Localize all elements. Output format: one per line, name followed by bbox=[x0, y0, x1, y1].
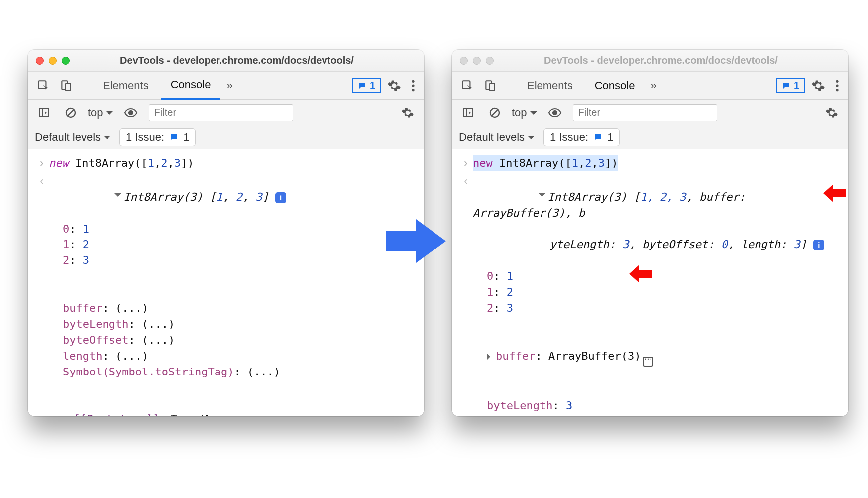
issues-badge[interactable]: 1 bbox=[776, 78, 805, 93]
issues-badge[interactable]: 1 bbox=[352, 78, 381, 93]
output-chevron-icon: › bbox=[459, 173, 473, 189]
object-index-entry[interactable]: 0: 1 bbox=[63, 221, 286, 237]
object-lazy-prop[interactable]: buffer: (...) bbox=[63, 300, 286, 316]
titlebar[interactable]: DevTools - developer.chrome.com/docs/dev… bbox=[452, 50, 848, 72]
object-index-entry[interactable]: 0: 1 bbox=[487, 268, 841, 284]
console-toolbar-2: Default levels 1 Issue: 1 bbox=[28, 125, 424, 149]
console-sidebar-toggle-icon[interactable] bbox=[458, 104, 478, 122]
highlight-arrow-icon bbox=[629, 265, 652, 283]
live-expression-icon[interactable] bbox=[544, 104, 566, 121]
console-input-line: new Int8Array([1,2,3]) bbox=[473, 155, 618, 171]
object-index-entry[interactable]: 2: 3 bbox=[63, 252, 286, 268]
object-index-entry[interactable]: 1: 2 bbox=[487, 284, 841, 300]
tabs-overflow-icon[interactable]: » bbox=[647, 72, 660, 99]
traffic-lights[interactable] bbox=[460, 57, 494, 65]
filter-input[interactable] bbox=[149, 104, 293, 121]
kebab-menu-icon[interactable] bbox=[407, 76, 419, 95]
settings-gear-icon[interactable] bbox=[807, 76, 829, 96]
devtools-window-before: DevTools - developer.chrome.com/docs/dev… bbox=[28, 50, 424, 416]
issues-count: 1 bbox=[794, 80, 799, 91]
object-resolved-prop[interactable]: byteOffset: 0 bbox=[487, 414, 841, 416]
main-tabbar: Elements Console » 1 bbox=[28, 72, 424, 100]
tab-elements[interactable]: Elements bbox=[93, 72, 159, 99]
zoom-icon[interactable] bbox=[62, 57, 70, 65]
svg-marker-26 bbox=[629, 265, 652, 283]
context-selector[interactable]: top bbox=[512, 106, 537, 119]
svg-marker-20 bbox=[469, 111, 471, 114]
object-lazy-prop[interactable]: Symbol(Symbol.toStringTag): (...) bbox=[63, 364, 286, 380]
transition-arrow-icon bbox=[386, 217, 446, 265]
context-selector[interactable]: top bbox=[88, 106, 113, 119]
console-output[interactable]: › new Int8Array([1,2,3]) › Int8Array(3) … bbox=[28, 149, 424, 416]
object-lazy-prop[interactable]: length: (...) bbox=[63, 348, 286, 364]
disclosure-triangle-icon[interactable] bbox=[539, 193, 545, 200]
svg-point-3 bbox=[412, 80, 414, 82]
console-settings-gear-icon[interactable] bbox=[397, 103, 418, 122]
filter-input[interactable] bbox=[573, 104, 717, 121]
console-toolbar-2: Default levels 1 Issue: 1 bbox=[452, 125, 848, 149]
inspect-icon[interactable] bbox=[33, 76, 54, 95]
console-settings-gear-icon[interactable] bbox=[821, 103, 842, 122]
close-icon[interactable] bbox=[36, 57, 44, 65]
issues-count: 1 bbox=[370, 80, 375, 91]
kebab-menu-icon[interactable] bbox=[831, 76, 843, 95]
svg-marker-25 bbox=[823, 184, 846, 202]
tabs-overflow-icon[interactable]: » bbox=[222, 72, 236, 99]
svg-rect-6 bbox=[39, 109, 48, 117]
live-expression-icon[interactable] bbox=[120, 104, 142, 121]
memory-inspector-icon[interactable] bbox=[643, 357, 653, 367]
object-summary[interactable]: Int8Array(3) [1, 2, 3, buffer: ArrayBuff… bbox=[473, 173, 841, 416]
clear-console-icon[interactable] bbox=[485, 104, 505, 122]
device-toggle-icon[interactable] bbox=[56, 76, 77, 95]
console-toolbar: top bbox=[452, 100, 848, 125]
object-index-entry[interactable]: 1: 2 bbox=[63, 237, 286, 252]
info-badge-icon[interactable]: i bbox=[813, 240, 824, 250]
buffer-row[interactable]: buffer: ArrayBuffer(3) bbox=[473, 348, 841, 367]
tab-console[interactable]: Console bbox=[585, 72, 645, 99]
svg-rect-14 bbox=[490, 83, 495, 90]
object-summary[interactable]: Int8Array(3) [1, 2, 3] i 0: 11: 22: 3 bu… bbox=[49, 173, 286, 416]
clear-console-icon[interactable] bbox=[61, 104, 81, 122]
titlebar[interactable]: DevTools - developer.chrome.com/docs/dev… bbox=[28, 50, 424, 72]
highlight-arrow-icon bbox=[823, 184, 846, 202]
object-lazy-prop[interactable]: byteLength: (...) bbox=[63, 316, 286, 332]
console-sidebar-toggle-icon[interactable] bbox=[34, 104, 54, 122]
svg-rect-2 bbox=[66, 83, 71, 90]
console-toolbar: top bbox=[28, 100, 424, 125]
disclosure-triangle-icon[interactable] bbox=[487, 353, 494, 360]
svg-marker-8 bbox=[45, 111, 47, 114]
prototype-row[interactable]: [[Prototype]]: TypedArray bbox=[49, 411, 286, 416]
object-resolved-prop[interactable]: byteLength: 3 bbox=[487, 398, 841, 414]
zoom-icon[interactable] bbox=[486, 57, 494, 65]
traffic-lights[interactable] bbox=[36, 57, 70, 65]
inspect-icon[interactable] bbox=[457, 76, 478, 95]
object-lazy-prop[interactable]: byteOffset: (...) bbox=[63, 332, 286, 348]
console-input-line: new Int8Array([1,2,3]) bbox=[49, 155, 194, 171]
device-toggle-icon[interactable] bbox=[480, 76, 501, 95]
output-chevron-icon: › bbox=[35, 173, 49, 189]
disclosure-triangle-icon[interactable] bbox=[114, 193, 121, 200]
input-chevron-icon: › bbox=[459, 155, 473, 171]
log-levels-selector[interactable]: Default levels bbox=[459, 131, 535, 144]
settings-gear-icon[interactable] bbox=[383, 76, 405, 96]
svg-point-17 bbox=[836, 89, 838, 91]
console-output[interactable]: › new Int8Array([1,2,3]) › Int8Array(3) … bbox=[452, 149, 848, 416]
issues-pill[interactable]: 1 Issue: 1 bbox=[543, 128, 620, 146]
window-title: DevTools - developer.chrome.com/docs/dev… bbox=[512, 55, 840, 66]
svg-point-11 bbox=[129, 111, 133, 115]
tab-console[interactable]: Console bbox=[161, 71, 221, 100]
svg-point-4 bbox=[412, 84, 414, 87]
object-index-entry[interactable]: 2: 3 bbox=[487, 300, 841, 316]
svg-point-5 bbox=[412, 89, 414, 91]
svg-line-10 bbox=[68, 110, 74, 116]
minimize-icon[interactable] bbox=[473, 57, 481, 65]
close-icon[interactable] bbox=[460, 57, 468, 65]
input-chevron-icon: › bbox=[35, 155, 49, 171]
log-levels-selector[interactable]: Default levels bbox=[35, 131, 110, 144]
tab-elements[interactable]: Elements bbox=[517, 72, 583, 99]
main-tabbar: Elements Console » 1 bbox=[452, 72, 848, 100]
minimize-icon[interactable] bbox=[49, 57, 57, 65]
info-badge-icon[interactable]: i bbox=[275, 192, 286, 203]
issues-pill[interactable]: 1 Issue: 1 bbox=[119, 128, 196, 146]
svg-point-23 bbox=[553, 111, 557, 115]
